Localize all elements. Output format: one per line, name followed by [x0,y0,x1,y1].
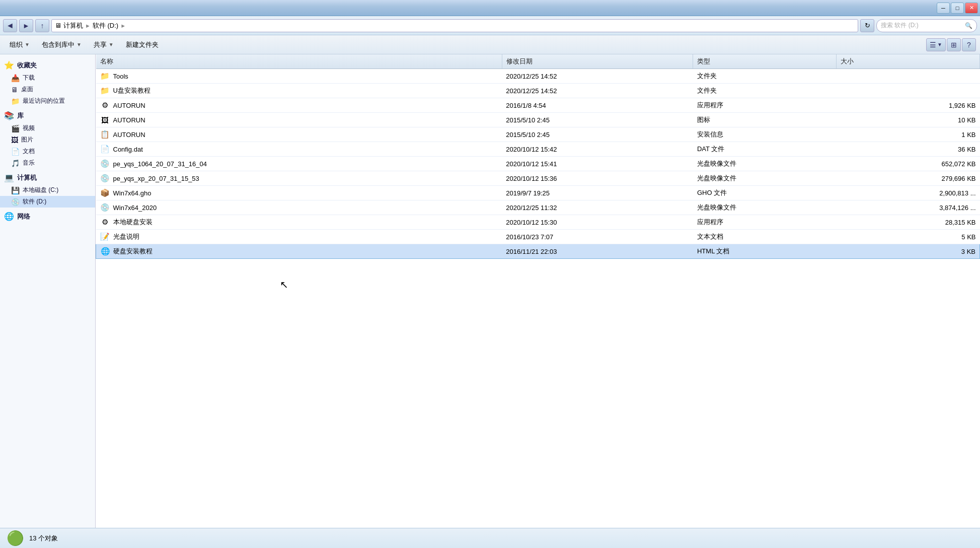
file-icon: 💿 [100,202,110,213]
file-icon: 📝 [100,232,110,242]
file-name: Config.dat [113,146,143,153]
sidebar: ⭐ 收藏夹 📥 下载 🖥 桌面 📁 最近访问的位置 📚 库 [0,54,96,528]
file-icon: 📁 [100,71,110,81]
image-label: 图片 [21,135,33,144]
file-name: Win7x64.gho [113,189,152,197]
sep2: ► [120,23,126,29]
file-name-cell: 📁 Tools [96,69,502,84]
file-name-cell: 🌐 硬盘安装教程 [96,244,502,259]
table-row[interactable]: 💿 pe_yqs_xp_20_07_31_15_53 2020/10/12 15… [96,171,980,186]
computer-sidebar-icon: 💻 [4,173,14,182]
computer-header[interactable]: 💻 计算机 [0,171,95,184]
file-date: 2019/9/7 19:25 [502,186,693,200]
organize-arrow-icon: ▼ [25,42,30,47]
sidebar-item-doc[interactable]: 📄 文档 [0,146,95,157]
table-row[interactable]: 💿 pe_yqs_1064_20_07_31_16_04 2020/10/12 … [96,157,980,171]
table-row[interactable]: 📋 AUTORUN 2015/5/10 2:45安装信息1 KB [96,127,980,142]
table-row[interactable]: 📁 Tools 2020/12/25 14:52文件夹 [96,69,980,84]
file-date: 2020/12/25 11:32 [502,200,693,215]
forward-button[interactable]: ► [19,19,33,32]
recent-icon: 📁 [11,97,20,105]
desktop-label: 桌面 [21,85,33,94]
drive-label[interactable]: 软件 (D:) [93,21,118,30]
file-type: DAT 文件 [693,142,837,157]
table-row[interactable]: 📁 U盘安装教程 2020/12/25 14:52文件夹 [96,84,980,98]
file-name-cell: ⚙ AUTORUN [96,98,502,113]
sidebar-item-download[interactable]: 📥 下载 [0,72,95,84]
file-size [837,69,980,84]
col-header-name[interactable]: 名称 [96,54,502,69]
refresh-button[interactable]: ↻ [860,19,874,32]
share-label: 共享 [94,40,107,49]
col-header-size[interactable]: 大小 [837,54,980,69]
favorites-header[interactable]: ⭐ 收藏夹 [0,58,95,72]
sidebar-item-video[interactable]: 🎬 视频 [0,122,95,134]
sidebar-item-music[interactable]: 🎵 音乐 [0,157,95,169]
minimize-button[interactable]: ─ [937,3,950,14]
local-c-label: 本地磁盘 (C:) [23,186,58,194]
table-row[interactable]: 📝 光盘说明 2016/10/23 7:07文本文档5 KB [96,230,980,244]
file-type: 光盘映像文件 [693,171,837,186]
include-library-button[interactable]: 包含到库中 ▼ [36,38,87,52]
table-row[interactable]: 📦 Win7x64.gho 2019/9/7 19:25GHO 文件2,900,… [96,186,980,200]
file-type: 图标 [693,113,837,127]
video-label: 视频 [23,124,35,132]
library-section: 📚 库 🎬 视频 🖼 图片 📄 文档 🎵 音乐 [0,109,95,169]
file-icon: 🖼 [100,115,110,125]
recent-label: 最近访问的位置 [23,97,65,105]
file-type: GHO 文件 [693,186,837,200]
sidebar-item-local-c[interactable]: 💾 本地磁盘 (C:) [0,184,95,196]
search-icon: 🔍 [965,22,972,29]
table-row[interactable]: ⚙ AUTORUN 2016/1/8 4:54应用程序1,926 KB [96,98,980,113]
help-button[interactable]: ? [962,38,976,51]
network-header[interactable]: 🌐 网络 [0,210,95,223]
up-button[interactable]: ↑ [35,19,49,32]
file-type: HTML 文档 [693,244,837,259]
file-size: 3 KB [837,244,980,259]
back-button[interactable]: ◄ [3,19,17,32]
preview-button[interactable]: ⊞ [947,38,961,51]
file-type: 应用程序 [693,98,837,113]
software-d-label: 软件 (D:) [23,197,46,206]
toolbar: 组织 ▼ 包含到库中 ▼ 共享 ▼ 新建文件夹 ☰ ▼ ⊞ ? [0,35,980,54]
table-row[interactable]: ⚙ 本地硬盘安装 2020/10/12 15:30应用程序28,315 KB [96,215,980,230]
download-label: 下载 [23,74,35,82]
file-size: 279,696 KB [837,171,980,186]
doc-label: 文档 [23,147,35,156]
file-name-cell: 📋 AUTORUN [96,127,502,142]
col-header-modified[interactable]: 修改日期 [502,54,693,69]
title-bar: ─ □ ✕ [0,0,980,16]
sidebar-item-software-d[interactable]: 💿 软件 (D:) [0,196,95,208]
sidebar-item-image[interactable]: 🖼 图片 [0,134,95,146]
file-date: 2020/10/12 15:42 [502,142,693,157]
view-button[interactable]: ☰ ▼ [926,38,946,51]
maximize-button[interactable]: □ [951,3,964,14]
library-header[interactable]: 📚 库 [0,109,95,122]
network-section: 🌐 网络 [0,210,95,223]
sidebar-item-recent[interactable]: 📁 最近访问的位置 [0,95,95,107]
file-icon: 💿 [100,173,110,183]
table-row[interactable]: 🖼 AUTORUN 2015/5/10 2:45图标10 KB [96,113,980,127]
new-folder-button[interactable]: 新建文件夹 [120,38,164,52]
table-row[interactable]: 📄 Config.dat 2020/10/12 15:42DAT 文件36 KB [96,142,980,157]
main-area: ⭐ 收藏夹 📥 下载 🖥 桌面 📁 最近访问的位置 📚 库 [0,54,980,528]
view-icon: ☰ [930,41,936,49]
network-sidebar-icon: 🌐 [4,212,14,221]
table-row[interactable]: 💿 Win7x64_2020 2020/12/25 11:32光盘映像文件3,8… [96,200,980,215]
sidebar-item-desktop[interactable]: 🖥 桌面 [0,84,95,95]
search-bar[interactable]: 搜索 软件 (D:) 🔍 [876,19,977,32]
table-row[interactable]: 🌐 硬盘安装教程 2016/11/21 22:03HTML 文档3 KB [96,244,980,259]
file-type: 光盘映像文件 [693,200,837,215]
file-size: 1 KB [837,127,980,142]
computer-label[interactable]: 计算机 [63,21,83,30]
close-button[interactable]: ✕ [965,3,978,14]
share-button[interactable]: 共享 ▼ [88,38,119,52]
organize-button[interactable]: 组织 ▼ [4,38,35,52]
image-icon: 🖼 [11,136,18,144]
file-size: 1,926 KB [837,98,980,113]
file-size: 2,900,813 ... [837,186,980,200]
breadcrumb[interactable]: 🖥 计算机 ► 软件 (D:) ► [51,19,858,32]
col-header-type[interactable]: 类型 [693,54,837,69]
file-type: 光盘映像文件 [693,157,837,171]
file-name-cell: 🖼 AUTORUN [96,113,502,127]
